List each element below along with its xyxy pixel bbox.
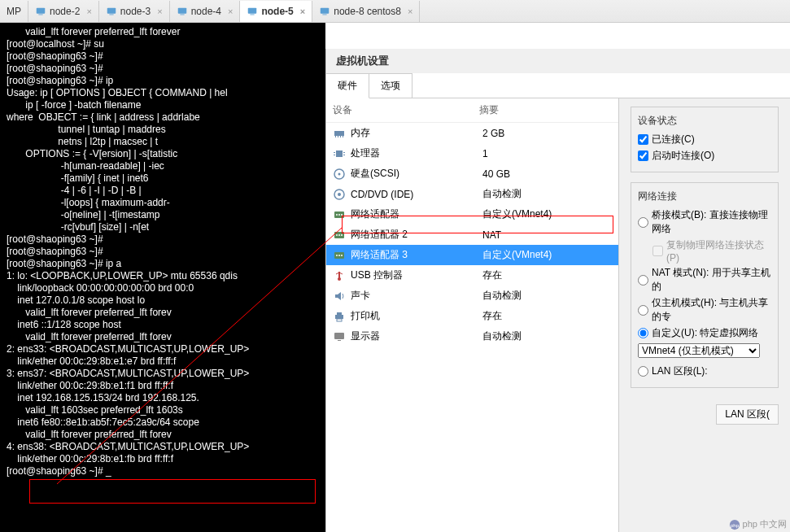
connected-checkbox[interactable] bbox=[638, 134, 648, 145]
svg-rect-2 bbox=[107, 7, 116, 13]
tab-mp[interactable]: MP bbox=[0, 1, 28, 22]
device-list-header: 设备 摘要 bbox=[326, 98, 618, 123]
disk-icon bbox=[333, 168, 346, 181]
svg-rect-11 bbox=[335, 136, 336, 137]
hostonly-radio[interactable] bbox=[638, 305, 648, 316]
close-icon[interactable]: × bbox=[228, 7, 233, 16]
close-icon[interactable]: × bbox=[157, 7, 162, 16]
tab-hardware[interactable]: 硬件 bbox=[326, 73, 369, 98]
svg-rect-14 bbox=[343, 136, 343, 137]
close-icon[interactable]: × bbox=[300, 7, 305, 16]
terminal-line: 1: lo: <LOOPBACK,UP,LOWER_UP> mtu 65536 … bbox=[7, 270, 319, 282]
svg-rect-10 bbox=[334, 131, 344, 136]
tab-label: node-8 centos8 bbox=[334, 6, 401, 17]
tab-node-4[interactable]: node-4 × bbox=[170, 1, 241, 22]
svg-point-31 bbox=[341, 234, 343, 236]
lan-radio[interactable] bbox=[638, 366, 648, 377]
net-title: 网络连接 bbox=[638, 190, 771, 203]
lan-segments-button[interactable]: LAN 区段( bbox=[716, 404, 779, 425]
device-row-------3[interactable]: 网络适配器 3自定义(VMnet4) bbox=[326, 245, 618, 265]
vmnet-select-row[interactable]: VMnet4 (仅主机模式) bbox=[638, 343, 771, 358]
terminal-line: valid_lft 1603sec preferred_lft 1603s bbox=[7, 404, 319, 416]
logo-icon: php bbox=[729, 519, 740, 530]
tab-node-8[interactable]: node-8 centos8 × bbox=[312, 1, 420, 22]
custom-radio[interactable] bbox=[638, 328, 648, 338]
terminal-line: [root@shaoping63 ~]# ip a bbox=[7, 258, 319, 270]
tab-node-2[interactable]: node-2 × bbox=[28, 1, 99, 22]
terminal-line: Usage: ip [ OPTIONS ] OBJECT { COMMAND |… bbox=[7, 87, 319, 99]
device-row----scsi-[interactable]: 硬盘(SCSI)40 GB bbox=[326, 164, 618, 184]
net-icon bbox=[333, 208, 346, 221]
terminal-line: 3: ens37: <BROADCAST,MULTICAST,UP,LOWER_… bbox=[7, 368, 319, 380]
svg-rect-3 bbox=[109, 14, 113, 15]
terminal-line: [root@shaoping63 ~]# bbox=[7, 246, 319, 258]
device-name: 声卡 bbox=[351, 289, 478, 303]
device-row---[interactable]: 声卡自动检测 bbox=[326, 286, 618, 306]
terminal[interactable]: valid_lft forever preferred_lft forever[… bbox=[0, 23, 325, 532]
svg-point-33 bbox=[336, 255, 338, 256]
device-row-cd-dvd--ide-[interactable]: CD/DVD (IDE)自动检测 bbox=[326, 184, 618, 204]
terminal-line: ip [ -force ] -batch filename bbox=[7, 99, 319, 111]
device-status-group: 设备状态 已连接(C) 启动时连接(O) bbox=[631, 107, 779, 172]
svg-rect-7 bbox=[251, 14, 255, 15]
hostonly-radio-row[interactable]: 仅主机模式(H): 与主机共享的专 bbox=[638, 296, 771, 324]
nat-radio[interactable] bbox=[638, 275, 648, 286]
vmnet-select[interactable]: VMnet4 (仅主机模式) bbox=[638, 343, 760, 358]
panel-tabs: 硬件 选项 bbox=[326, 73, 790, 98]
svg-rect-16 bbox=[334, 152, 335, 153]
connected-label: 已连接(C) bbox=[652, 133, 695, 146]
header-device: 设备 bbox=[333, 103, 479, 117]
svg-rect-15 bbox=[336, 150, 343, 157]
device-summary: 存在 bbox=[482, 309, 502, 323]
device-row-------2[interactable]: 网络适配器 2NAT bbox=[326, 225, 618, 245]
device-row----[interactable]: 显示器自动检测 bbox=[326, 326, 618, 347]
svg-point-29 bbox=[336, 234, 338, 236]
tab-node-5[interactable]: node-5 × bbox=[240, 1, 312, 22]
connected-checkbox-row[interactable]: 已连接(C) bbox=[638, 133, 771, 146]
tab-node-3[interactable]: node-3 × bbox=[99, 1, 170, 22]
bridged-radio[interactable] bbox=[638, 217, 648, 228]
terminal-line: link/ether 00:0c:29:8b:e1:f1 brd ff:ff:f bbox=[7, 380, 319, 392]
terminal-line: -o[neline] | -t[imestamp bbox=[7, 209, 319, 221]
tab-label: node-5 bbox=[261, 6, 293, 17]
device-row----[interactable]: 处理器1 bbox=[326, 143, 618, 164]
tabs-bar: MP node-2 × node-3 × node-4 × node-5 × n… bbox=[0, 0, 790, 23]
connect-on-power-checkbox[interactable] bbox=[638, 150, 648, 161]
custom-radio-row[interactable]: 自定义(U): 特定虚拟网络 bbox=[638, 326, 771, 340]
tab-options[interactable]: 选项 bbox=[369, 73, 412, 98]
terminal-line: OPTIONS := { -V[ersion] | -s[tatistic bbox=[7, 148, 319, 160]
nat-radio-row[interactable]: NAT 模式(N): 用于共享主机的 bbox=[638, 266, 771, 294]
device-name: 显示器 bbox=[351, 329, 478, 343]
device-row---[interactable]: 内存2 GB bbox=[326, 123, 618, 143]
header-summary: 摘要 bbox=[479, 103, 499, 117]
terminal-line: [root@shaoping63 ~]# _ bbox=[7, 465, 319, 477]
close-icon[interactable]: × bbox=[408, 7, 412, 16]
svg-point-25 bbox=[336, 214, 338, 216]
bridged-radio-row[interactable]: 桥接模式(B): 直接连接物理网络 bbox=[638, 208, 771, 236]
connect-on-power-row[interactable]: 启动时连接(O) bbox=[638, 149, 771, 163]
monitor-icon bbox=[333, 330, 346, 343]
device-row----[interactable]: 打印机存在 bbox=[326, 306, 618, 326]
terminal-line: tunnel | tuntap | maddres bbox=[7, 124, 319, 136]
device-name: 打印机 bbox=[351, 309, 478, 323]
terminal-line: where OBJECT := { link | address | addrl… bbox=[7, 111, 319, 124]
close-icon[interactable]: × bbox=[86, 7, 91, 16]
cd-icon bbox=[333, 188, 346, 201]
svg-point-34 bbox=[338, 255, 340, 256]
panel-body: 设备 摘要 内存2 GB处理器1硬盘(SCSI)40 GBCD/DVD (IDE… bbox=[326, 98, 790, 532]
lan-segment-radio-row[interactable]: LAN 区段(L): bbox=[638, 364, 771, 378]
terminal-line: -h[uman-readable] | -iec bbox=[7, 160, 319, 172]
svg-rect-39 bbox=[337, 312, 342, 315]
device-name: CD/DVD (IDE) bbox=[351, 189, 478, 200]
terminal-line: [root@localhost ~]# su bbox=[7, 38, 319, 50]
status-title: 设备状态 bbox=[638, 114, 771, 128]
terminal-line: [root@shaoping63 ~]# bbox=[7, 63, 319, 75]
device-summary: 自定义(VMnet4) bbox=[482, 207, 552, 221]
device-row-usb----[interactable]: USB 控制器存在 bbox=[326, 265, 618, 286]
watermark: php php 中文网 bbox=[729, 518, 787, 530]
custom-label: 自定义(U): 特定虚拟网络 bbox=[652, 326, 758, 340]
tab-label: node-3 bbox=[120, 6, 151, 17]
device-row------[interactable]: 网络适配器自定义(VMnet4) bbox=[326, 204, 618, 225]
node-icon bbox=[177, 6, 188, 17]
svg-rect-40 bbox=[337, 319, 342, 321]
